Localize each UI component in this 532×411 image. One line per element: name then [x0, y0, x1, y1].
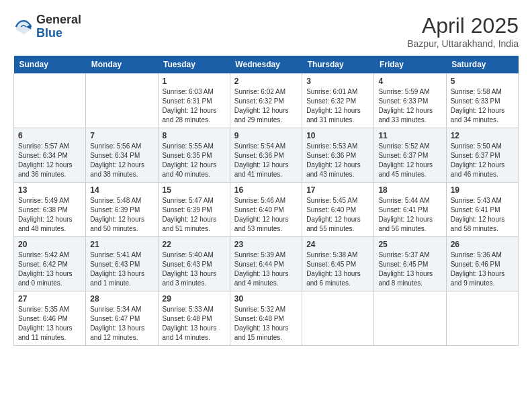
day-info: Sunrise: 5:48 AM Sunset: 6:39 PM Dayligh… [90, 196, 153, 234]
day-info: Sunrise: 6:03 AM Sunset: 6:31 PM Dayligh… [163, 87, 226, 125]
location: Bazpur, Uttarakhand, India [407, 38, 519, 49]
calendar-cell: 14Sunrise: 5:48 AM Sunset: 6:39 PM Dayli… [86, 183, 158, 237]
calendar-week-row: 13Sunrise: 5:49 AM Sunset: 6:38 PM Dayli… [14, 183, 519, 237]
day-info: Sunrise: 5:50 AM Sunset: 6:37 PM Dayligh… [451, 142, 514, 179]
day-info: Sunrise: 5:39 AM Sunset: 6:44 PM Dayligh… [234, 250, 298, 288]
day-number: 2 [234, 77, 298, 86]
calendar-cell: 28Sunrise: 5:34 AM Sunset: 6:47 PM Dayli… [86, 291, 158, 346]
calendar-cell: 5Sunrise: 5:58 AM Sunset: 6:33 PM Daylig… [446, 74, 518, 128]
calendar-day-header: Thursday [302, 56, 374, 74]
day-number: 26 [451, 240, 514, 249]
calendar-cell: 17Sunrise: 5:45 AM Sunset: 6:40 PM Dayli… [302, 183, 374, 237]
calendar-cell: 20Sunrise: 5:42 AM Sunset: 6:42 PM Dayli… [14, 237, 86, 291]
calendar-cell: 26Sunrise: 5:36 AM Sunset: 6:46 PM Dayli… [446, 237, 518, 291]
day-number: 29 [163, 294, 226, 304]
calendar-cell: 29Sunrise: 5:33 AM Sunset: 6:48 PM Dayli… [158, 291, 230, 346]
logo-icon [13, 17, 34, 37]
day-number: 16 [234, 185, 298, 195]
month-title: April 2025 [407, 13, 519, 38]
day-number: 9 [234, 131, 298, 140]
page-header: General Blue April 2025 Bazpur, Uttarakh… [13, 13, 519, 49]
day-info: Sunrise: 5:56 AM Sunset: 6:34 PM Dayligh… [90, 142, 153, 179]
calendar-cell: 6Sunrise: 5:57 AM Sunset: 6:34 PM Daylig… [14, 128, 86, 183]
day-number: 13 [18, 185, 81, 195]
day-info: Sunrise: 6:01 AM Sunset: 6:32 PM Dayligh… [306, 87, 369, 125]
day-info: Sunrise: 5:49 AM Sunset: 6:38 PM Dayligh… [18, 196, 81, 234]
day-number: 18 [378, 185, 441, 195]
calendar-day-header: Friday [374, 56, 446, 74]
day-number: 30 [234, 294, 298, 304]
logo: General Blue [13, 13, 81, 40]
day-number: 10 [306, 131, 369, 140]
day-info: Sunrise: 5:38 AM Sunset: 6:45 PM Dayligh… [306, 250, 369, 288]
day-number: 19 [451, 185, 514, 195]
day-info: Sunrise: 5:54 AM Sunset: 6:36 PM Dayligh… [234, 142, 298, 179]
day-info: Sunrise: 5:43 AM Sunset: 6:41 PM Dayligh… [451, 196, 514, 234]
day-info: Sunrise: 5:46 AM Sunset: 6:40 PM Dayligh… [234, 196, 298, 234]
day-number: 24 [306, 240, 369, 249]
calendar-cell: 13Sunrise: 5:49 AM Sunset: 6:38 PM Dayli… [14, 183, 86, 237]
day-info: Sunrise: 6:02 AM Sunset: 6:32 PM Dayligh… [234, 87, 298, 125]
calendar-cell: 4Sunrise: 5:59 AM Sunset: 6:33 PM Daylig… [374, 74, 446, 128]
day-number: 23 [234, 240, 298, 249]
calendar-header-row: SundayMondayTuesdayWednesdayThursdayFrid… [14, 56, 519, 74]
calendar-cell: 10Sunrise: 5:53 AM Sunset: 6:36 PM Dayli… [302, 128, 374, 183]
calendar-cell: 1Sunrise: 6:03 AM Sunset: 6:31 PM Daylig… [158, 74, 230, 128]
day-number: 7 [90, 131, 153, 140]
day-number: 3 [306, 77, 369, 86]
calendar-cell: 9Sunrise: 5:54 AM Sunset: 6:36 PM Daylig… [230, 128, 302, 183]
day-info: Sunrise: 5:42 AM Sunset: 6:42 PM Dayligh… [18, 250, 81, 288]
calendar-week-row: 20Sunrise: 5:42 AM Sunset: 6:42 PM Dayli… [14, 237, 519, 291]
day-info: Sunrise: 5:33 AM Sunset: 6:48 PM Dayligh… [163, 305, 226, 342]
day-info: Sunrise: 5:36 AM Sunset: 6:46 PM Dayligh… [451, 250, 514, 288]
calendar-day-header: Wednesday [230, 56, 302, 74]
day-number: 14 [90, 185, 153, 195]
day-info: Sunrise: 5:32 AM Sunset: 6:48 PM Dayligh… [234, 305, 298, 342]
day-number: 20 [18, 240, 81, 249]
day-info: Sunrise: 5:34 AM Sunset: 6:47 PM Dayligh… [90, 305, 153, 342]
calendar-cell: 21Sunrise: 5:41 AM Sunset: 6:43 PM Dayli… [86, 237, 158, 291]
day-info: Sunrise: 5:59 AM Sunset: 6:33 PM Dayligh… [378, 87, 441, 125]
logo-text: General Blue [36, 13, 81, 40]
calendar-cell: 3Sunrise: 6:01 AM Sunset: 6:32 PM Daylig… [302, 74, 374, 128]
calendar-day-header: Saturday [446, 56, 518, 74]
day-info: Sunrise: 5:53 AM Sunset: 6:36 PM Dayligh… [306, 142, 369, 179]
day-info: Sunrise: 5:47 AM Sunset: 6:39 PM Dayligh… [163, 196, 226, 234]
day-number: 28 [90, 294, 153, 304]
calendar-table: SundayMondayTuesdayWednesdayThursdayFrid… [13, 56, 519, 346]
day-info: Sunrise: 5:45 AM Sunset: 6:40 PM Dayligh… [306, 196, 369, 234]
day-number: 17 [306, 185, 369, 195]
title-block: April 2025 Bazpur, Uttarakhand, India [407, 13, 519, 49]
logo-blue: Blue [36, 27, 81, 40]
day-info: Sunrise: 5:37 AM Sunset: 6:45 PM Dayligh… [378, 250, 441, 288]
calendar-cell: 18Sunrise: 5:44 AM Sunset: 6:41 PM Dayli… [374, 183, 446, 237]
calendar-cell: 23Sunrise: 5:39 AM Sunset: 6:44 PM Dayli… [230, 237, 302, 291]
calendar-cell [446, 291, 518, 346]
day-info: Sunrise: 5:41 AM Sunset: 6:43 PM Dayligh… [90, 250, 153, 288]
day-info: Sunrise: 5:40 AM Sunset: 6:43 PM Dayligh… [163, 250, 226, 288]
calendar-cell: 25Sunrise: 5:37 AM Sunset: 6:45 PM Dayli… [374, 237, 446, 291]
calendar-day-header: Sunday [14, 56, 86, 74]
calendar-cell: 30Sunrise: 5:32 AM Sunset: 6:48 PM Dayli… [230, 291, 302, 346]
day-number: 27 [18, 294, 81, 304]
calendar-cell: 11Sunrise: 5:52 AM Sunset: 6:37 PM Dayli… [374, 128, 446, 183]
day-number: 22 [163, 240, 226, 249]
calendar-cell: 19Sunrise: 5:43 AM Sunset: 6:41 PM Dayli… [446, 183, 518, 237]
day-info: Sunrise: 5:52 AM Sunset: 6:37 PM Dayligh… [378, 142, 441, 179]
day-number: 8 [163, 131, 226, 140]
calendar-cell [14, 74, 86, 128]
calendar-cell: 7Sunrise: 5:56 AM Sunset: 6:34 PM Daylig… [86, 128, 158, 183]
day-info: Sunrise: 5:44 AM Sunset: 6:41 PM Dayligh… [378, 196, 441, 234]
calendar-cell: 24Sunrise: 5:38 AM Sunset: 6:45 PM Dayli… [302, 237, 374, 291]
day-number: 6 [18, 131, 81, 140]
calendar-cell: 12Sunrise: 5:50 AM Sunset: 6:37 PM Dayli… [446, 128, 518, 183]
calendar-week-row: 27Sunrise: 5:35 AM Sunset: 6:46 PM Dayli… [14, 291, 519, 346]
calendar-cell: 22Sunrise: 5:40 AM Sunset: 6:43 PM Dayli… [158, 237, 230, 291]
day-number: 12 [451, 131, 514, 140]
calendar-cell [86, 74, 158, 128]
calendar-week-row: 1Sunrise: 6:03 AM Sunset: 6:31 PM Daylig… [14, 74, 519, 128]
day-number: 11 [378, 131, 441, 140]
day-number: 5 [451, 77, 514, 86]
day-number: 1 [163, 77, 226, 86]
calendar-cell [374, 291, 446, 346]
